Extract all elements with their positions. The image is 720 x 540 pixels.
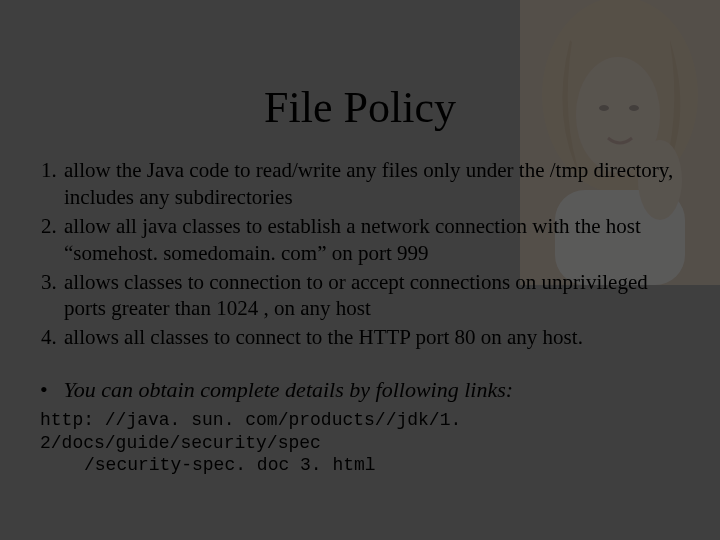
- content-area: File Policy allow the Java code to read/…: [0, 0, 720, 477]
- list-item: allows classes to connection to or accep…: [62, 269, 682, 323]
- policy-list: allow the Java code to read/write any fi…: [38, 157, 682, 351]
- list-item: allow all java classes to establish a ne…: [62, 213, 682, 267]
- note-text: You can obtain complete details by follo…: [64, 377, 514, 402]
- list-item: allows all classes to connect to the HTT…: [62, 324, 682, 351]
- link-text: http: //java. sun. com/products//jdk/1. …: [38, 409, 682, 477]
- link-line-2: /security-spec. doc 3. html: [40, 454, 682, 477]
- bullet-icon: •: [40, 377, 58, 403]
- slide-title: File Policy: [38, 0, 682, 157]
- slide: File Policy allow the Java code to read/…: [0, 0, 720, 540]
- link-line-1: http: //java. sun. com/products//jdk/1. …: [40, 410, 472, 453]
- list-item: allow the Java code to read/write any fi…: [62, 157, 682, 211]
- note-section: • You can obtain complete details by fol…: [38, 377, 682, 477]
- note-line: • You can obtain complete details by fol…: [38, 377, 682, 403]
